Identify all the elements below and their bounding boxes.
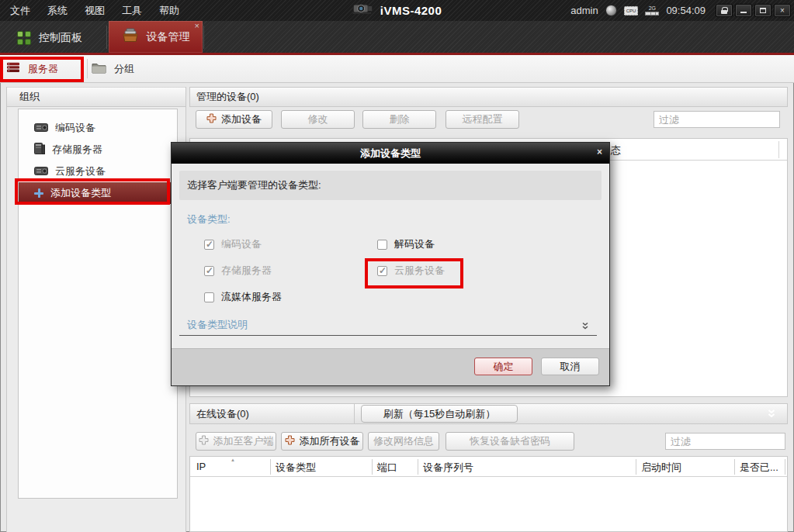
lock-icon [721, 7, 727, 14]
online-devices-table: IP ▲ 设备类型 端口 设备序列号 启动时间 是否已... [189, 456, 788, 532]
column-header-status-fragment[interactable]: 态 [611, 143, 621, 157]
encoding-device-checkbox[interactable] [204, 240, 214, 250]
managed-toolbar: 添加设备 修改 删除 远程配置 [189, 110, 788, 135]
cancel-button[interactable]: 取消 [541, 358, 599, 375]
subtab-divider [87, 59, 88, 78]
tab-close-icon[interactable]: × [195, 22, 199, 30]
plus-icon [199, 435, 209, 447]
checkbox-row-streaming-server: 流媒体服务器 [204, 290, 282, 304]
tab-control-panel-label: 控制面板 [39, 31, 82, 45]
tab-device-management[interactable]: 设备管理 × [109, 21, 203, 53]
column-header-serial[interactable]: 设备序列号 [423, 461, 473, 475]
cloud-service-device-checkbox[interactable] [377, 266, 387, 276]
streaming-server-checkbox[interactable] [204, 292, 214, 302]
cloud-service-device-checkbox-label: 云服务设备 [394, 264, 445, 278]
device-management-icon [122, 28, 139, 46]
maximize-icon [760, 8, 766, 13]
lock-button[interactable] [716, 4, 733, 17]
menu-system[interactable]: 系统 [39, 0, 76, 21]
tree-item-storage-server[interactable]: 存储服务器 [19, 139, 177, 161]
memory-bar-icon [645, 12, 659, 16]
cancel-label: 取消 [560, 360, 581, 374]
menu-tools[interactable]: 工具 [113, 0, 151, 21]
app-window: 文件 系统 视图 工具 帮助 iVMS-4200 admin CPU [0, 0, 794, 532]
tab-separator [106, 26, 107, 49]
decoding-device-checkbox-label: 解码设备 [394, 237, 435, 251]
add-device-button[interactable]: 添加设备 [196, 110, 272, 129]
restore-password-button[interactable]: 恢复设备缺省密码 [446, 432, 574, 451]
column-header-start-time[interactable]: 启动时间 [641, 461, 681, 475]
modify-netinfo-label: 修改网络信息 [373, 434, 434, 448]
description-divider [179, 335, 597, 336]
sort-asc-icon[interactable]: ▲ [231, 458, 235, 462]
memory-usage-icon[interactable]: 2G [645, 5, 659, 16]
organization-header-label: 组织 [19, 90, 40, 104]
column-divider [418, 459, 418, 475]
column-divider [636, 459, 636, 475]
organization-panel: 组织 编码设备 [6, 87, 186, 532]
managed-filter-input[interactable] [654, 111, 780, 128]
subtab-group[interactable]: 分组 [92, 55, 134, 82]
organization-header: 组织 [7, 87, 185, 107]
menu-view[interactable]: 视图 [76, 0, 113, 21]
column-divider [734, 459, 735, 475]
online-devices-header: 在线设备(0) 刷新（每15秒自动刷新） [189, 403, 788, 424]
menu-help[interactable]: 帮助 [151, 0, 188, 21]
remote-config-button[interactable]: 远程配置 [446, 110, 519, 129]
network-globe-icon[interactable] [605, 5, 617, 16]
tree-item-label: 存储服务器 [52, 143, 102, 157]
collapse-chevron-icon[interactable] [767, 409, 776, 421]
modify-label: 修改 [308, 112, 328, 126]
menu-bar: 文件 系统 视图 工具 帮助 [2, 0, 188, 21]
app-title-text: iVMS-4200 [380, 4, 442, 17]
subtab-group-label: 分组 [114, 62, 134, 76]
restore-password-label: 恢复设备缺省密码 [470, 434, 550, 448]
cpu-usage-icon[interactable]: CPU [624, 6, 639, 16]
modify-button[interactable]: 修改 [281, 110, 355, 129]
minimize-button[interactable] [735, 4, 752, 17]
column-header-port[interactable]: 端口 [377, 461, 397, 475]
tree-item-label: 编码设备 [55, 121, 95, 135]
tree-item-encoding-device[interactable]: 编码设备 [19, 117, 177, 139]
tree-item-add-device-type[interactable]: 添加设备类型 [19, 182, 177, 204]
dialog-title-bar[interactable]: 添加设备类型 × [172, 143, 609, 164]
column-divider [270, 459, 271, 475]
online-devices-title: 在线设备(0) [196, 407, 249, 421]
column-header-ip[interactable]: IP [196, 461, 206, 472]
tab-device-management-label: 设备管理 [147, 30, 190, 44]
menu-file[interactable]: 文件 [2, 0, 39, 21]
app-title: iVMS-4200 [352, 0, 442, 21]
add-to-client-button[interactable]: 添加至客户端 [196, 432, 276, 451]
folder-icon [92, 62, 106, 76]
close-button[interactable]: × [774, 4, 791, 17]
subtab-server[interactable]: 服务器 [6, 55, 58, 82]
ok-button[interactable]: 确定 [474, 358, 532, 375]
column-divider [785, 459, 785, 475]
add-all-devices-label: 添加所有设备 [300, 434, 360, 448]
tab-separator [203, 26, 204, 49]
storage-server-checkbox[interactable] [204, 266, 214, 276]
device-type-description-link[interactable]: 设备类型说明 [187, 318, 248, 332]
maximize-button[interactable] [754, 4, 771, 17]
minimize-icon [740, 12, 747, 13]
user-name[interactable]: admin [570, 5, 598, 16]
delete-button[interactable]: 删除 [362, 110, 436, 129]
add-all-devices-button[interactable]: 添加所有设备 [281, 432, 363, 451]
dialog-prompt-banner: 选择客户端要管理的设备类型: [179, 171, 602, 200]
dialog-close-icon[interactable]: × [597, 147, 602, 157]
plus-icon [206, 113, 217, 126]
subtab-server-label: 服务器 [28, 62, 58, 76]
tab-control-panel[interactable]: 控制面板 [17, 26, 82, 50]
refresh-label: 刷新（每15秒自动刷新） [383, 407, 495, 421]
column-header-device-type[interactable]: 设备类型 [276, 461, 316, 475]
delete-label: 删除 [390, 112, 410, 126]
expand-chevron-icon[interactable] [581, 320, 589, 333]
column-divider [372, 459, 373, 475]
refresh-button[interactable]: 刷新（每15秒自动刷新） [361, 405, 518, 423]
online-filter-input[interactable] [665, 433, 785, 450]
decoding-device-checkbox[interactable] [377, 240, 387, 250]
column-header-activated[interactable]: 是否已... [740, 461, 778, 475]
remote-config-label: 远程配置 [463, 112, 503, 126]
modify-netinfo-button[interactable]: 修改网络信息 [368, 432, 439, 451]
tree-item-cloud-service-device[interactable]: 云服务设备 [19, 161, 177, 182]
